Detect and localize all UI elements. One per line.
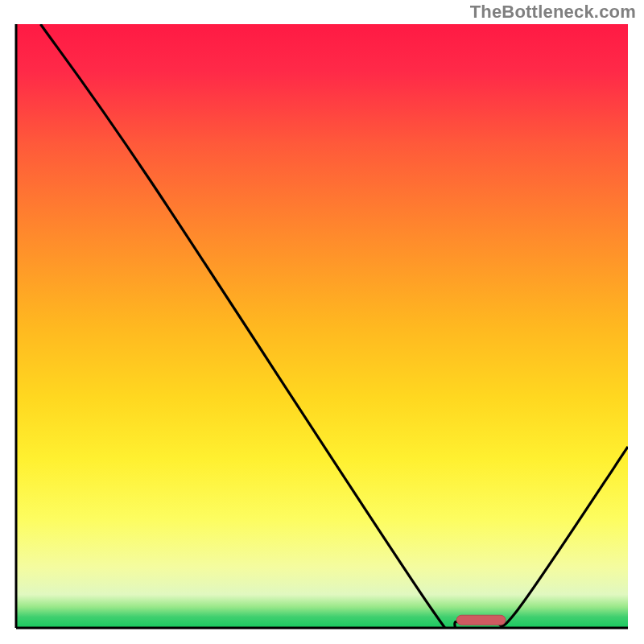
- optimal-marker: [456, 615, 506, 625]
- gradient-background: [16, 24, 628, 628]
- chart-container: { "watermark": "TheBottleneck.com", "col…: [0, 0, 644, 644]
- chart-svg: [0, 0, 644, 644]
- watermark: TheBottleneck.com: [470, 2, 636, 23]
